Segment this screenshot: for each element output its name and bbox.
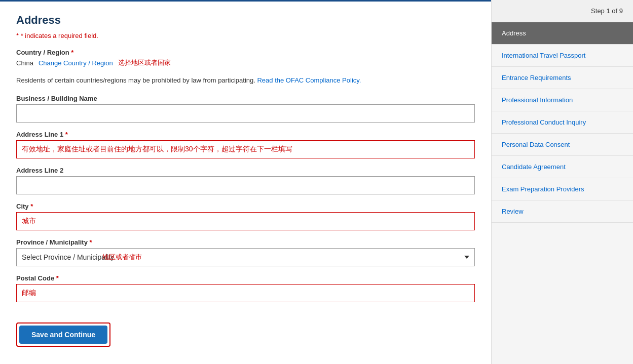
change-country-hint: 选择地区或者国家 [118, 58, 171, 67]
address2-label: Address Line 2 [16, 167, 475, 174]
province-select[interactable]: Select Province / Municipality [16, 248, 475, 266]
address2-field-group: Address Line 2 [16, 167, 475, 194]
address1-input[interactable] [16, 140, 475, 158]
city-input[interactable] [16, 212, 475, 230]
postal-label: Postal Code * [16, 274, 475, 282]
city-field-group: City * [16, 203, 475, 230]
city-label: City * [16, 203, 475, 210]
sidebar-item-entrance-requirements[interactable]: Entrance Requirements [492, 67, 633, 89]
step-header: Step 1 of 9 [492, 0, 633, 22]
country-field-group: Country / Region * China Change Country … [16, 49, 475, 67]
sidebar-item-exam-preparation-providers[interactable]: Exam Preparation Providers [492, 178, 633, 200]
required-note: * * indicates a required field. [16, 32, 475, 39]
page-title: Address [16, 14, 475, 27]
business-field-group: Business / Building Name [16, 95, 475, 123]
ofac-link[interactable]: Read the OFAC Compliance Policy. [257, 76, 361, 84]
business-input[interactable] [16, 104, 475, 123]
country-label: Country / Region * [16, 49, 475, 56]
sidebar: Step 1 of 9 AddressInternational Travel … [491, 0, 633, 364]
sidebar-item-international-travel-passport[interactable]: International Travel Passport [492, 45, 633, 67]
province-field-group: Province / Municipality * Select Provinc… [16, 238, 475, 266]
address1-label: Address Line 1 * [16, 131, 475, 138]
sidebar-item-personal-data-consent[interactable]: Personal Data Consent [492, 134, 633, 156]
country-value: China [16, 59, 33, 67]
save-continue-button[interactable]: Save and Continue [19, 326, 107, 344]
sidebar-item-candidate-agreement[interactable]: Candidate Agreement [492, 156, 633, 178]
main-content: Address * * indicates a required field. … [0, 0, 491, 364]
sidebar-item-professional-information[interactable]: Professional Information [492, 89, 633, 111]
province-select-wrapper: Select Province / Municipality 地区或者省市 [16, 248, 475, 266]
sidebar-item-review[interactable]: Review [492, 200, 633, 223]
postal-field-group: Postal Code * [16, 274, 475, 302]
ofac-note: Residents of certain countries/regions m… [16, 75, 475, 86]
save-button-wrapper: Save and Continue [16, 322, 110, 347]
sidebar-item-address[interactable]: Address [492, 22, 633, 45]
address1-field-group: Address Line 1 * [16, 131, 475, 158]
address2-input[interactable] [16, 176, 475, 194]
business-label: Business / Building Name [16, 95, 475, 102]
postal-input[interactable] [16, 284, 475, 302]
province-label: Province / Municipality * [16, 238, 475, 246]
change-country-link[interactable]: Change Country / Region [39, 59, 113, 67]
country-row: China Change Country / Region 选择地区或者国家 [16, 58, 475, 67]
sidebar-item-professional-conduct-inquiry[interactable]: Professional Conduct Inquiry [492, 111, 633, 134]
sidebar-nav: AddressInternational Travel PassportEntr… [492, 22, 633, 223]
